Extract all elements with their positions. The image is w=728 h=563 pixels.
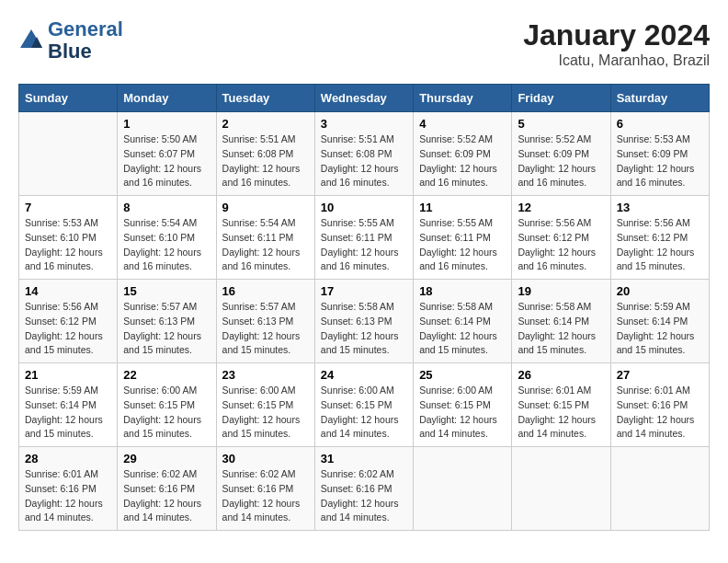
header-cell-friday: Friday: [512, 85, 610, 112]
day-cell-9: 9Sunrise: 5:54 AM Sunset: 6:11 PM Daylig…: [216, 196, 314, 280]
day-info: Sunrise: 5:54 AM Sunset: 6:11 PM Dayligh…: [222, 216, 309, 274]
day-info: Sunrise: 5:50 AM Sunset: 6:07 PM Dayligh…: [123, 132, 210, 190]
header-cell-tuesday: Tuesday: [216, 85, 314, 112]
day-cell-30: 30Sunrise: 6:02 AM Sunset: 6:16 PM Dayli…: [216, 447, 314, 531]
day-cell-8: 8Sunrise: 5:54 AM Sunset: 6:10 PM Daylig…: [118, 196, 216, 280]
day-number: 24: [321, 368, 407, 382]
day-info: Sunrise: 5:59 AM Sunset: 6:14 PM Dayligh…: [25, 384, 111, 442]
day-number: 28: [25, 452, 111, 465]
day-number: 12: [518, 201, 604, 214]
day-number: 1: [123, 117, 210, 131]
header-cell-saturday: Saturday: [610, 85, 709, 112]
day-cell-16: 16Sunrise: 5:57 AM Sunset: 6:13 PM Dayli…: [216, 280, 314, 363]
empty-cell: [414, 447, 512, 531]
day-number: 4: [419, 117, 506, 131]
day-number: 20: [617, 284, 703, 298]
header-cell-thursday: Thursday: [414, 85, 512, 112]
week-row-5: 28Sunrise: 6:01 AM Sunset: 6:16 PM Dayli…: [19, 447, 710, 531]
day-cell-4: 4Sunrise: 5:52 AM Sunset: 6:09 PM Daylig…: [414, 112, 512, 196]
logo-text: General Blue: [48, 18, 123, 63]
day-info: Sunrise: 5:53 AM Sunset: 6:10 PM Dayligh…: [25, 216, 111, 274]
header-row: SundayMondayTuesdayWednesdayThursdayFrid…: [19, 85, 710, 112]
day-number: 11: [419, 201, 506, 214]
header-cell-monday: Monday: [118, 85, 216, 112]
day-info: Sunrise: 5:57 AM Sunset: 6:13 PM Dayligh…: [222, 300, 309, 358]
logo-icon: [18, 28, 44, 53]
day-info: Sunrise: 5:56 AM Sunset: 6:12 PM Dayligh…: [25, 300, 111, 358]
logo: General Blue: [18, 18, 123, 63]
day-number: 13: [617, 201, 703, 214]
day-number: 18: [419, 284, 506, 298]
day-info: Sunrise: 6:00 AM Sunset: 6:15 PM Dayligh…: [419, 384, 506, 442]
week-row-3: 14Sunrise: 5:56 AM Sunset: 6:12 PM Dayli…: [19, 280, 710, 363]
day-number: 31: [321, 452, 407, 465]
day-cell-20: 20Sunrise: 5:59 AM Sunset: 6:14 PM Dayli…: [610, 280, 709, 363]
empty-cell: [512, 447, 610, 531]
day-info: Sunrise: 5:56 AM Sunset: 6:12 PM Dayligh…: [518, 216, 604, 274]
week-row-1: 1Sunrise: 5:50 AM Sunset: 6:07 PM Daylig…: [19, 112, 710, 196]
day-info: Sunrise: 5:52 AM Sunset: 6:09 PM Dayligh…: [518, 132, 604, 190]
day-number: 5: [518, 117, 604, 131]
day-number: 25: [419, 368, 506, 382]
month-title: January 2024: [523, 18, 710, 52]
week-row-2: 7Sunrise: 5:53 AM Sunset: 6:10 PM Daylig…: [19, 196, 710, 280]
day-number: 9: [222, 201, 309, 214]
day-number: 26: [518, 368, 604, 382]
day-cell-22: 22Sunrise: 6:00 AM Sunset: 6:15 PM Dayli…: [118, 363, 216, 447]
day-info: Sunrise: 6:00 AM Sunset: 6:15 PM Dayligh…: [222, 384, 309, 442]
header-cell-sunday: Sunday: [19, 85, 118, 112]
day-cell-6: 6Sunrise: 5:53 AM Sunset: 6:09 PM Daylig…: [610, 112, 709, 196]
day-cell-3: 3Sunrise: 5:51 AM Sunset: 6:08 PM Daylig…: [314, 112, 413, 196]
day-info: Sunrise: 6:02 AM Sunset: 6:16 PM Dayligh…: [321, 467, 407, 525]
day-cell-29: 29Sunrise: 6:02 AM Sunset: 6:16 PM Dayli…: [118, 447, 216, 531]
day-cell-13: 13Sunrise: 5:56 AM Sunset: 6:12 PM Dayli…: [610, 196, 709, 280]
day-number: 29: [123, 452, 210, 465]
day-number: 6: [617, 117, 703, 131]
day-info: Sunrise: 5:58 AM Sunset: 6:14 PM Dayligh…: [419, 300, 506, 358]
day-info: Sunrise: 6:01 AM Sunset: 6:16 PM Dayligh…: [617, 384, 703, 442]
day-info: Sunrise: 5:55 AM Sunset: 6:11 PM Dayligh…: [419, 216, 506, 274]
day-info: Sunrise: 6:02 AM Sunset: 6:16 PM Dayligh…: [123, 467, 210, 525]
day-number: 15: [123, 284, 210, 298]
day-cell-1: 1Sunrise: 5:50 AM Sunset: 6:07 PM Daylig…: [118, 112, 216, 196]
day-number: 10: [321, 201, 407, 214]
day-info: Sunrise: 5:59 AM Sunset: 6:14 PM Dayligh…: [617, 300, 703, 358]
day-info: Sunrise: 5:57 AM Sunset: 6:13 PM Dayligh…: [123, 300, 210, 358]
day-cell-7: 7Sunrise: 5:53 AM Sunset: 6:10 PM Daylig…: [19, 196, 118, 280]
day-cell-15: 15Sunrise: 5:57 AM Sunset: 6:13 PM Dayli…: [118, 280, 216, 363]
day-number: 8: [123, 201, 210, 214]
day-info: Sunrise: 5:51 AM Sunset: 6:08 PM Dayligh…: [222, 132, 309, 190]
day-cell-18: 18Sunrise: 5:58 AM Sunset: 6:14 PM Dayli…: [414, 280, 512, 363]
day-number: 22: [123, 368, 210, 382]
title-block: January 2024 Icatu, Maranhao, Brazil: [523, 18, 710, 69]
day-info: Sunrise: 6:02 AM Sunset: 6:16 PM Dayligh…: [222, 467, 309, 525]
day-cell-27: 27Sunrise: 6:01 AM Sunset: 6:16 PM Dayli…: [610, 363, 709, 447]
page-header: General Blue January 2024 Icatu, Maranha…: [18, 18, 710, 69]
day-cell-2: 2Sunrise: 5:51 AM Sunset: 6:08 PM Daylig…: [216, 112, 314, 196]
day-info: Sunrise: 6:00 AM Sunset: 6:15 PM Dayligh…: [321, 384, 407, 442]
day-cell-10: 10Sunrise: 5:55 AM Sunset: 6:11 PM Dayli…: [314, 196, 413, 280]
day-cell-26: 26Sunrise: 6:01 AM Sunset: 6:15 PM Dayli…: [512, 363, 610, 447]
day-number: 2: [222, 117, 309, 131]
day-info: Sunrise: 6:00 AM Sunset: 6:15 PM Dayligh…: [123, 384, 210, 442]
day-cell-17: 17Sunrise: 5:58 AM Sunset: 6:13 PM Dayli…: [314, 280, 413, 363]
day-info: Sunrise: 5:53 AM Sunset: 6:09 PM Dayligh…: [617, 132, 703, 190]
day-info: Sunrise: 6:01 AM Sunset: 6:15 PM Dayligh…: [518, 384, 604, 442]
day-number: 23: [222, 368, 309, 382]
day-cell-28: 28Sunrise: 6:01 AM Sunset: 6:16 PM Dayli…: [19, 447, 118, 531]
day-number: 17: [321, 284, 407, 298]
header-cell-wednesday: Wednesday: [314, 85, 413, 112]
day-cell-21: 21Sunrise: 5:59 AM Sunset: 6:14 PM Dayli…: [19, 363, 118, 447]
empty-cell: [19, 112, 118, 196]
day-number: 27: [617, 368, 703, 382]
day-info: Sunrise: 5:58 AM Sunset: 6:14 PM Dayligh…: [518, 300, 604, 358]
empty-cell: [610, 447, 709, 531]
day-cell-25: 25Sunrise: 6:00 AM Sunset: 6:15 PM Dayli…: [414, 363, 512, 447]
calendar-table: SundayMondayTuesdayWednesdayThursdayFrid…: [18, 84, 710, 531]
day-info: Sunrise: 5:56 AM Sunset: 6:12 PM Dayligh…: [617, 216, 703, 274]
day-info: Sunrise: 6:01 AM Sunset: 6:16 PM Dayligh…: [25, 467, 111, 525]
day-info: Sunrise: 5:54 AM Sunset: 6:10 PM Dayligh…: [123, 216, 210, 274]
day-number: 14: [25, 284, 111, 298]
day-info: Sunrise: 5:52 AM Sunset: 6:09 PM Dayligh…: [419, 132, 506, 190]
day-info: Sunrise: 5:55 AM Sunset: 6:11 PM Dayligh…: [321, 216, 407, 274]
